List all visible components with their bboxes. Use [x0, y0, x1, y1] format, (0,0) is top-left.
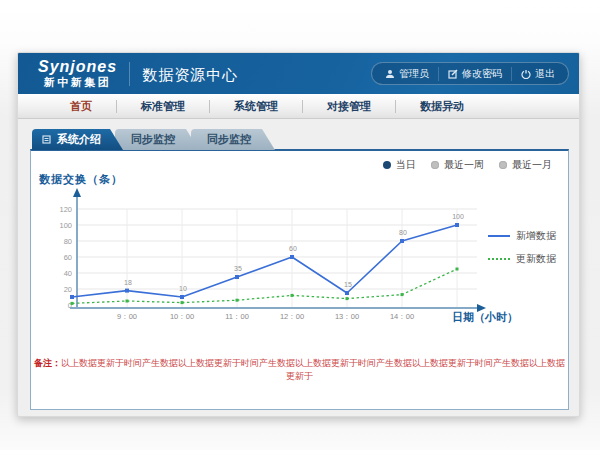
nav-item-data-change[interactable]: 数据异动 [396, 94, 488, 119]
y-tick-label: 60 [64, 253, 72, 262]
point-value-label: 80 [399, 229, 407, 236]
page-title: 数据资源中心 [142, 66, 238, 85]
power-icon [521, 69, 531, 79]
change-password-button[interactable]: 修改密码 [438, 67, 511, 81]
change-password-label: 修改密码 [462, 67, 502, 81]
solid-line-icon [488, 235, 510, 237]
footnote-text: 以上数据更新于时间产生数据以上数据更新于时间产生数据以上数据更新于时间产生数据以… [61, 358, 565, 381]
y-axis-title: 数据交换（条） [39, 172, 123, 187]
header-divider [129, 62, 130, 86]
content-panel: 当日 最近一周 最近一月 数据交换（条） 日期（小时） 020406080100… [30, 149, 569, 410]
user-icon [385, 69, 395, 79]
point-value-label: 60 [289, 245, 297, 252]
user-menu-admin-label: 管理员 [399, 67, 429, 81]
data-point [290, 255, 294, 259]
dotted-line-icon [488, 258, 510, 260]
legend-new-data-label: 新增数据 [516, 229, 556, 243]
data-point [125, 289, 129, 293]
tab-bar: 系统介绍 同步监控 同步监控 [32, 129, 275, 150]
period-today-label: 当日 [396, 158, 416, 172]
y-tick-label: 80 [64, 237, 72, 246]
logout-label: 退出 [535, 67, 555, 81]
chart-area: 0204060801001209：0010：0011：0012：0013：001… [49, 187, 519, 332]
series-line-1 [72, 269, 457, 303]
logout-button[interactable]: 退出 [511, 67, 564, 81]
screenshot-root: Synjones 新中新集团 数据资源中心 管理员 修改密码 [0, 0, 600, 450]
point-value-label: 10 [179, 285, 187, 292]
period-option-last-week[interactable]: 最近一周 [431, 158, 484, 172]
data-point [180, 295, 184, 299]
y-tick-label: 20 [64, 285, 72, 294]
data-point [291, 294, 294, 297]
y-tick-label: 40 [64, 269, 72, 278]
footnote-prefix: 备注： [34, 358, 61, 368]
document-icon [42, 135, 51, 144]
point-value-label: 15 [344, 281, 352, 288]
x-axis-arrow [477, 304, 486, 312]
nav-item-system-mgmt[interactable]: 系统管理 [210, 94, 302, 119]
nav-item-standard-mgmt[interactable]: 标准管理 [117, 94, 209, 119]
legend-item-new-data[interactable]: 新增数据 [488, 229, 556, 243]
period-month-label: 最近一月 [512, 158, 552, 172]
tab-system-intro-label: 系统介绍 [57, 129, 101, 150]
x-tick-label: 11：00 [225, 312, 249, 321]
legend-updated-data-label: 更新数据 [516, 252, 556, 266]
nav-item-interface-mgmt[interactable]: 对接管理 [303, 94, 395, 119]
nav-item-home[interactable]: 首页 [46, 94, 116, 119]
brand-logo-text: Synjones [38, 59, 117, 75]
tab-sync-monitor-1[interactable]: 同步监控 [115, 129, 199, 150]
exchange-line-chart: 0204060801001209：0010：0011：0012：0013：001… [49, 187, 519, 332]
footnote: 备注：以上数据更新于时间产生数据以上数据更新于时间产生数据以上数据更新于时间产生… [31, 357, 568, 383]
brand-logo: Synjones 新中新集团 [38, 59, 117, 88]
data-point [236, 299, 239, 302]
period-week-label: 最近一周 [444, 158, 484, 172]
radio-unselected-icon [499, 161, 507, 169]
header: Synjones 新中新集团 数据资源中心 管理员 修改密码 [18, 53, 579, 94]
data-point [345, 291, 349, 295]
brand-logo-cn: 新中新集团 [44, 77, 112, 88]
legend-item-updated-data[interactable]: 更新数据 [488, 252, 556, 266]
data-point [71, 302, 74, 305]
data-point [401, 293, 404, 296]
point-value-label: 35 [234, 265, 242, 272]
period-option-last-month[interactable]: 最近一月 [499, 158, 552, 172]
period-option-today[interactable]: 当日 [383, 158, 416, 172]
period-filter: 当日 最近一周 最近一月 [383, 158, 552, 172]
data-point [235, 275, 239, 279]
data-point [456, 268, 459, 271]
radio-unselected-icon [431, 161, 439, 169]
chart-legend: 新增数据 更新数据 [488, 229, 556, 266]
data-point [455, 223, 459, 227]
data-point [126, 300, 129, 303]
x-tick-label: 14：00 [390, 312, 414, 321]
radio-selected-icon [383, 161, 391, 169]
x-tick-label: 9：00 [117, 312, 137, 321]
x-tick-label: 12：00 [280, 312, 304, 321]
user-toolbar: 管理员 修改密码 退出 [371, 62, 569, 85]
point-value-label: 100 [452, 213, 464, 220]
data-point [70, 295, 74, 299]
app-window: Synjones 新中新集团 数据资源中心 管理员 修改密码 [17, 52, 580, 417]
y-tick-label: 120 [59, 205, 72, 214]
y-tick-label: 100 [59, 221, 72, 230]
x-tick-label: 10：00 [170, 312, 194, 321]
x-tick-label: 13：00 [335, 312, 359, 321]
point-value-label: 18 [124, 279, 132, 286]
main-nav: 首页 标准管理 系统管理 对接管理 数据异动 [18, 94, 579, 119]
user-menu-admin[interactable]: 管理员 [376, 67, 438, 81]
tab-sync-monitor-2[interactable]: 同步监控 [191, 129, 275, 150]
edit-icon [448, 69, 458, 79]
data-point [346, 297, 349, 300]
tab-system-intro[interactable]: 系统介绍 [32, 129, 123, 150]
data-point [181, 301, 184, 304]
y-axis-arrow [73, 188, 81, 197]
data-point [400, 239, 404, 243]
